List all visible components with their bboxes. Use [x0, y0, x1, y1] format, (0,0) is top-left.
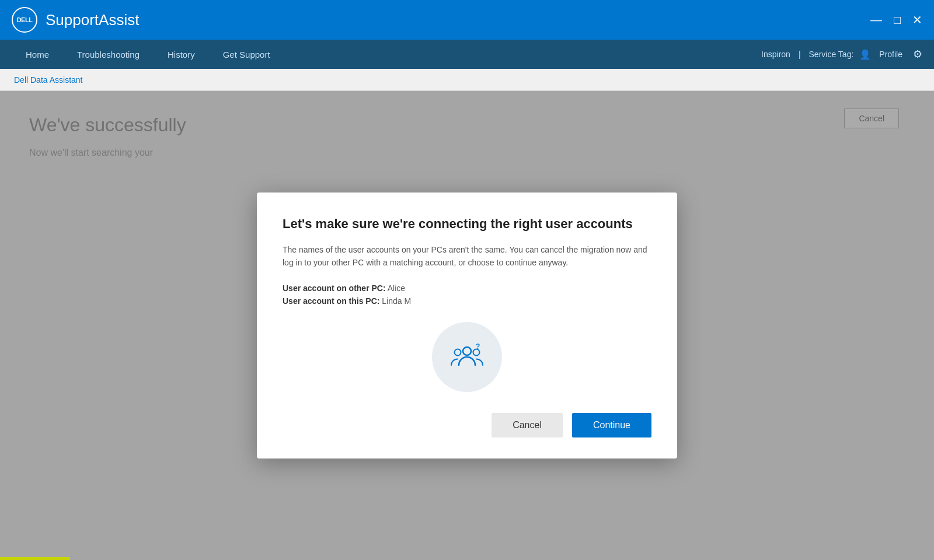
window-controls: — □ ✕ — [870, 14, 922, 26]
minimize-button[interactable]: — — [870, 14, 882, 26]
svg-text:?: ? — [476, 342, 480, 351]
nav-bar: Home Troubleshooting History Get Support… — [0, 40, 934, 69]
app-title: SupportAssist — [46, 11, 139, 29]
nav-item-troubleshooting[interactable]: Troubleshooting — [63, 40, 154, 69]
dialog-cancel-button[interactable]: Cancel — [492, 413, 563, 438]
settings-icon[interactable]: ⚙ — [913, 48, 922, 61]
dialog: Let's make sure we're connecting the rig… — [257, 192, 677, 458]
dialog-continue-button[interactable]: Continue — [572, 413, 651, 438]
modal-overlay: Let's make sure we're connecting the rig… — [0, 91, 934, 560]
nav-item-history[interactable]: History — [154, 40, 209, 69]
profile-label[interactable]: Profile — [879, 50, 902, 59]
nav-divider: | — [799, 50, 801, 59]
main-content: We've successfully Now we'll start searc… — [0, 91, 934, 560]
svg-point-0 — [463, 347, 471, 355]
title-bar-left: DELL SupportAssist — [12, 7, 139, 33]
nav-right: Inspiron | Service Tag: 👤 Profile ⚙ — [761, 48, 922, 61]
device-name: Inspiron — [761, 50, 790, 59]
nav-item-home[interactable]: Home — [12, 40, 63, 69]
user-account-this-line: User account on this PC: Linda M — [283, 296, 651, 306]
dialog-buttons: Cancel Continue — [283, 413, 651, 438]
nav-item-get-support[interactable]: Get Support — [209, 40, 284, 69]
profile-icon: 👤 — [859, 49, 871, 60]
maximize-button[interactable]: □ — [894, 14, 901, 26]
user-accounts: User account on other PC: Alice User acc… — [283, 284, 651, 306]
bottom-status-bar — [0, 557, 70, 560]
service-tag-label: Service Tag: — [809, 50, 854, 59]
breadcrumb-bar: Dell Data Assistant — [0, 69, 934, 91]
users-icon: ? — [448, 338, 486, 376]
close-button[interactable]: ✕ — [912, 14, 922, 26]
title-bar: DELL SupportAssist — □ ✕ — [0, 0, 934, 40]
dialog-description: The names of the user accounts on your P… — [283, 243, 651, 270]
svg-point-1 — [455, 349, 461, 355]
breadcrumb-text: Dell Data Assistant — [14, 75, 83, 85]
dialog-title: Let's make sure we're connecting the rig… — [283, 216, 651, 233]
dell-logo: DELL — [12, 7, 37, 33]
users-icon-circle: ? — [432, 322, 502, 392]
user-account-other-line: User account on other PC: Alice — [283, 284, 651, 293]
icon-area: ? — [283, 322, 651, 392]
nav-left: Home Troubleshooting History Get Support — [12, 40, 284, 69]
